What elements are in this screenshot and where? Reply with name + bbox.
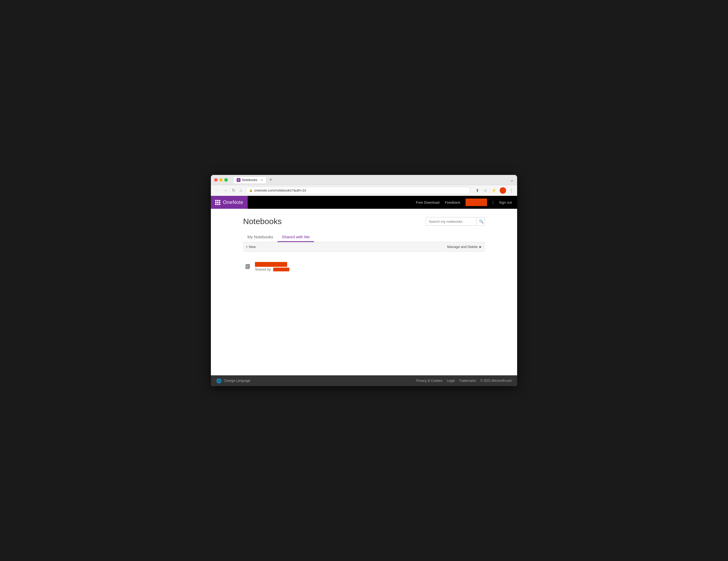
grid-dot [215, 200, 217, 201]
privacy-cookies-link[interactable]: Privacy & Cookies [416, 379, 442, 383]
table-row[interactable]: Shared by [243, 260, 485, 274]
grid-dot [217, 202, 218, 203]
page-title-row: Notebooks 🔍 [243, 217, 485, 226]
sign-out-link[interactable]: Sign out [499, 200, 512, 204]
app-header: OneNote Free Download Feedback | Sign ou… [211, 196, 517, 209]
browser-window: N Notebooks ✕ + ⌄ ← → ↻ ⌂ 🔒 onenote.com/… [211, 175, 517, 386]
notebook-name-row [255, 262, 289, 267]
footer: 🌐 Change Language Privacy & Cookies Lega… [211, 375, 517, 386]
reload-button[interactable]: ↻ [231, 187, 236, 194]
bookmark-icon[interactable]: ☆ [482, 187, 488, 194]
brand-section[interactable]: OneNote [211, 196, 248, 209]
new-notebook-button[interactable]: + New [246, 245, 256, 249]
address-text[interactable]: onenote.com/notebooks?auth=1# [254, 188, 467, 192]
app-header-nav: Free Download Feedback | Sign out [248, 199, 517, 206]
feedback-link[interactable]: Feedback [445, 200, 460, 204]
tab-nav: My Notebooks Shared with Me [243, 232, 485, 242]
globe-icon: 🌐 [216, 378, 222, 383]
notebook-info: Shared by [255, 262, 289, 272]
extensions-icon[interactable]: ⚡ [490, 187, 498, 194]
tab-title: Notebooks [242, 178, 257, 182]
shared-by-row: Shared by [255, 267, 289, 272]
tab-close-icon[interactable]: ✕ [261, 178, 263, 182]
onenote-tab-icon: N [237, 178, 240, 182]
trademarks-link[interactable]: Trademarks [459, 379, 476, 383]
toolbar: + New Manage and Delete ► [243, 242, 485, 252]
search-input[interactable] [426, 220, 477, 224]
manage-delete-arrow-icon: ► [479, 245, 482, 249]
tab-bar: N Notebooks ✕ + [233, 177, 508, 183]
notebook-svg-icon [245, 263, 251, 269]
new-tab-button[interactable]: + [268, 177, 274, 183]
active-tab[interactable]: N Notebooks ✕ [233, 177, 266, 183]
notebook-icon [245, 263, 251, 271]
apps-grid-icon[interactable] [215, 200, 220, 205]
footer-left: 🌐 Change Language [216, 378, 250, 383]
free-download-link[interactable]: Free Download [416, 200, 439, 204]
toolbar-left: + New [246, 245, 256, 249]
change-language-link[interactable]: Change Language [224, 379, 250, 383]
share-icon[interactable]: ⬆ [475, 187, 480, 194]
address-bar: ← → ↻ ⌂ 🔒 onenote.com/notebooks?auth=1# … [211, 185, 517, 196]
grid-dot [219, 200, 220, 201]
shared-by-name-redacted [273, 268, 289, 271]
svg-rect-1 [246, 265, 249, 269]
back-button[interactable]: ← [214, 187, 220, 194]
search-button[interactable]: 🔍 [477, 217, 486, 225]
manage-delete-label: Manage and Delete [447, 245, 478, 249]
window-chevron-icon[interactable]: ⌄ [510, 177, 514, 183]
tab-shared-with-me[interactable]: Shared with Me [277, 232, 314, 242]
notebook-name-redacted [255, 262, 287, 267]
grid-dot [215, 202, 217, 203]
grid-dot [217, 200, 218, 201]
manage-delete-link[interactable]: Manage and Delete ► [447, 245, 482, 249]
forward-button[interactable]: → [222, 187, 229, 194]
footer-right: Privacy & Cookies Legal Trademarks © 202… [416, 379, 512, 383]
maximize-button[interactable] [224, 178, 228, 182]
address-input-wrap: 🔒 onenote.com/notebooks?auth=1# [246, 187, 470, 194]
lock-icon: 🔒 [249, 189, 253, 192]
page-title: Notebooks [243, 217, 282, 226]
home-button[interactable]: ⌂ [239, 187, 243, 194]
copyright-text: © 2021 Microsoft.com [480, 379, 512, 383]
grid-dot [215, 204, 217, 205]
minimize-button[interactable] [219, 178, 223, 182]
menu-icon[interactable]: ⋮ [508, 187, 514, 194]
legal-link[interactable]: Legal [447, 379, 455, 383]
profile-button[interactable] [500, 187, 506, 194]
shared-by-label: Shared by [255, 267, 271, 271]
addr-right-icons: ⬆ ☆ ⚡ ⋮ [475, 187, 514, 194]
tab-my-notebooks[interactable]: My Notebooks [243, 232, 277, 242]
main-content: Notebooks 🔍 My Notebooks Shared with Me … [211, 209, 517, 375]
title-bar: N Notebooks ✕ + ⌄ [211, 175, 517, 185]
grid-dot [217, 204, 218, 205]
grid-dot [219, 204, 220, 205]
traffic-lights [214, 178, 228, 182]
grid-dot [219, 202, 220, 203]
user-avatar-button[interactable] [466, 199, 487, 206]
header-divider: | [492, 200, 493, 205]
notebook-list: Shared by [243, 257, 485, 276]
search-box: 🔍 [426, 217, 485, 226]
brand-name: OneNote [223, 200, 243, 205]
close-button[interactable] [214, 178, 218, 182]
